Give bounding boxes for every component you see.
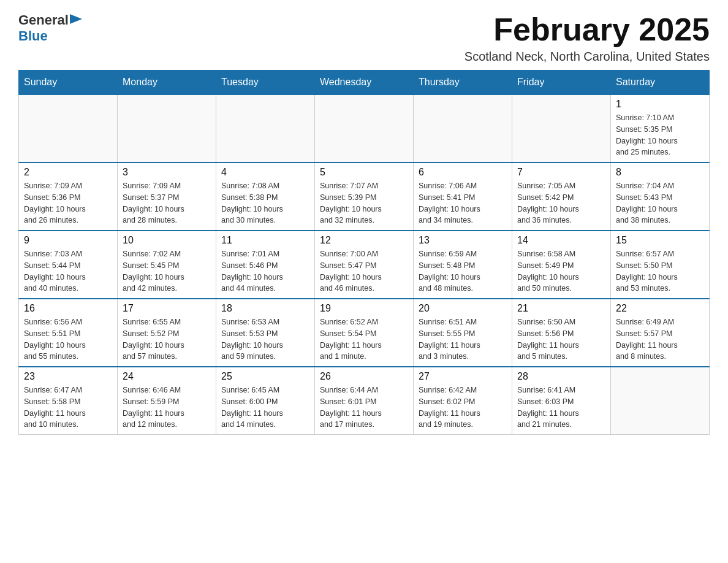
day-info: Sunrise: 6:41 AMSunset: 6:03 PMDaylight:… bbox=[517, 385, 605, 431]
calendar-cell: 24Sunrise: 6:46 AMSunset: 5:59 PMDayligh… bbox=[118, 367, 216, 435]
page-header: General Blue February 2025 Scotland Neck… bbox=[18, 12, 710, 64]
calendar-cell: 7Sunrise: 7:05 AMSunset: 5:42 PMDaylight… bbox=[512, 163, 611, 231]
logo: General Blue bbox=[18, 12, 82, 44]
title-section: February 2025 Scotland Neck, North Carol… bbox=[464, 12, 710, 64]
calendar-cell: 11Sunrise: 7:01 AMSunset: 5:46 PMDayligh… bbox=[216, 231, 315, 299]
day-number: 8 bbox=[616, 167, 704, 178]
day-number: 21 bbox=[517, 303, 605, 314]
day-number: 20 bbox=[419, 303, 507, 314]
day-number: 2 bbox=[24, 167, 112, 178]
day-info: Sunrise: 7:05 AMSunset: 5:42 PMDaylight:… bbox=[517, 180, 605, 226]
day-info: Sunrise: 7:07 AMSunset: 5:39 PMDaylight:… bbox=[320, 180, 408, 226]
day-info: Sunrise: 6:51 AMSunset: 5:55 PMDaylight:… bbox=[419, 316, 507, 362]
day-number: 7 bbox=[517, 167, 605, 178]
calendar-cell bbox=[512, 94, 611, 163]
calendar-cell: 26Sunrise: 6:44 AMSunset: 6:01 PMDayligh… bbox=[315, 367, 414, 435]
calendar-cell: 15Sunrise: 6:57 AMSunset: 5:50 PMDayligh… bbox=[611, 231, 710, 299]
day-info: Sunrise: 7:00 AMSunset: 5:47 PMDaylight:… bbox=[320, 248, 408, 294]
day-number: 27 bbox=[419, 371, 507, 382]
day-number: 4 bbox=[221, 167, 309, 178]
weekday-header-friday: Friday bbox=[512, 71, 611, 95]
day-number: 24 bbox=[123, 371, 211, 382]
calendar-cell: 19Sunrise: 6:52 AMSunset: 5:54 PMDayligh… bbox=[315, 299, 414, 367]
logo-flag-icon bbox=[70, 14, 82, 26]
day-info: Sunrise: 6:57 AMSunset: 5:50 PMDaylight:… bbox=[616, 248, 704, 294]
calendar-cell: 25Sunrise: 6:45 AMSunset: 6:00 PMDayligh… bbox=[216, 367, 315, 435]
day-number: 23 bbox=[24, 371, 112, 382]
day-info: Sunrise: 6:49 AMSunset: 5:57 PMDaylight:… bbox=[616, 316, 704, 362]
day-info: Sunrise: 6:47 AMSunset: 5:58 PMDaylight:… bbox=[24, 385, 112, 431]
day-info: Sunrise: 7:02 AMSunset: 5:45 PMDaylight:… bbox=[123, 248, 211, 294]
svg-marker-0 bbox=[70, 14, 82, 24]
calendar-cell: 21Sunrise: 6:50 AMSunset: 5:56 PMDayligh… bbox=[512, 299, 611, 367]
day-number: 26 bbox=[320, 371, 408, 382]
day-number: 12 bbox=[320, 235, 408, 246]
day-number: 18 bbox=[221, 303, 309, 314]
day-info: Sunrise: 6:45 AMSunset: 6:00 PMDaylight:… bbox=[221, 385, 309, 431]
calendar-cell: 9Sunrise: 7:03 AMSunset: 5:44 PMDaylight… bbox=[19, 231, 118, 299]
day-info: Sunrise: 6:55 AMSunset: 5:52 PMDaylight:… bbox=[123, 316, 211, 362]
calendar-cell: 2Sunrise: 7:09 AMSunset: 5:36 PMDaylight… bbox=[19, 163, 118, 231]
calendar-cell: 23Sunrise: 6:47 AMSunset: 5:58 PMDayligh… bbox=[19, 367, 118, 435]
day-info: Sunrise: 7:08 AMSunset: 5:38 PMDaylight:… bbox=[221, 180, 309, 226]
day-info: Sunrise: 7:06 AMSunset: 5:41 PMDaylight:… bbox=[419, 180, 507, 226]
day-number: 15 bbox=[616, 235, 704, 246]
calendar-cell bbox=[611, 367, 710, 435]
main-title: February 2025 bbox=[464, 12, 710, 47]
calendar-week-2: 2Sunrise: 7:09 AMSunset: 5:36 PMDaylight… bbox=[19, 163, 710, 231]
day-info: Sunrise: 7:03 AMSunset: 5:44 PMDaylight:… bbox=[24, 248, 112, 294]
day-number: 17 bbox=[123, 303, 211, 314]
calendar-cell: 22Sunrise: 6:49 AMSunset: 5:57 PMDayligh… bbox=[611, 299, 710, 367]
calendar-cell: 16Sunrise: 6:56 AMSunset: 5:51 PMDayligh… bbox=[19, 299, 118, 367]
calendar-cell bbox=[216, 94, 315, 163]
day-number: 14 bbox=[517, 235, 605, 246]
calendar-cell: 28Sunrise: 6:41 AMSunset: 6:03 PMDayligh… bbox=[512, 367, 611, 435]
calendar-cell: 18Sunrise: 6:53 AMSunset: 5:53 PMDayligh… bbox=[216, 299, 315, 367]
weekday-header-sunday: Sunday bbox=[19, 71, 118, 95]
day-info: Sunrise: 6:58 AMSunset: 5:49 PMDaylight:… bbox=[517, 248, 605, 294]
calendar-week-1: 1Sunrise: 7:10 AMSunset: 5:35 PMDaylight… bbox=[19, 94, 710, 163]
day-number: 1 bbox=[616, 99, 704, 110]
calendar-week-5: 23Sunrise: 6:47 AMSunset: 5:58 PMDayligh… bbox=[19, 367, 710, 435]
calendar-cell: 3Sunrise: 7:09 AMSunset: 5:37 PMDaylight… bbox=[118, 163, 216, 231]
calendar-cell: 14Sunrise: 6:58 AMSunset: 5:49 PMDayligh… bbox=[512, 231, 611, 299]
calendar-cell: 12Sunrise: 7:00 AMSunset: 5:47 PMDayligh… bbox=[315, 231, 414, 299]
subtitle: Scotland Neck, North Carolina, United St… bbox=[464, 50, 710, 64]
calendar-cell bbox=[315, 94, 414, 163]
day-number: 19 bbox=[320, 303, 408, 314]
day-info: Sunrise: 7:09 AMSunset: 5:36 PMDaylight:… bbox=[24, 180, 112, 226]
day-number: 16 bbox=[24, 303, 112, 314]
calendar-header-row: SundayMondayTuesdayWednesdayThursdayFrid… bbox=[19, 71, 710, 95]
day-info: Sunrise: 7:09 AMSunset: 5:37 PMDaylight:… bbox=[123, 180, 211, 226]
calendar-cell: 8Sunrise: 7:04 AMSunset: 5:43 PMDaylight… bbox=[611, 163, 710, 231]
calendar-cell: 17Sunrise: 6:55 AMSunset: 5:52 PMDayligh… bbox=[118, 299, 216, 367]
day-info: Sunrise: 7:01 AMSunset: 5:46 PMDaylight:… bbox=[221, 248, 309, 294]
weekday-header-thursday: Thursday bbox=[414, 71, 512, 95]
day-number: 10 bbox=[123, 235, 211, 246]
logo-general-text: General bbox=[18, 12, 69, 28]
calendar-week-3: 9Sunrise: 7:03 AMSunset: 5:44 PMDaylight… bbox=[19, 231, 710, 299]
day-number: 3 bbox=[123, 167, 211, 178]
calendar-cell bbox=[414, 94, 512, 163]
logo-blue-text: Blue bbox=[18, 28, 48, 44]
calendar-cell: 5Sunrise: 7:07 AMSunset: 5:39 PMDaylight… bbox=[315, 163, 414, 231]
weekday-header-wednesday: Wednesday bbox=[315, 71, 414, 95]
calendar-week-4: 16Sunrise: 6:56 AMSunset: 5:51 PMDayligh… bbox=[19, 299, 710, 367]
day-number: 9 bbox=[24, 235, 112, 246]
day-info: Sunrise: 6:42 AMSunset: 6:02 PMDaylight:… bbox=[419, 385, 507, 431]
day-number: 22 bbox=[616, 303, 704, 314]
calendar-cell bbox=[118, 94, 216, 163]
day-number: 13 bbox=[419, 235, 507, 246]
day-number: 5 bbox=[320, 167, 408, 178]
calendar-cell: 4Sunrise: 7:08 AMSunset: 5:38 PMDaylight… bbox=[216, 163, 315, 231]
calendar-cell: 1Sunrise: 7:10 AMSunset: 5:35 PMDaylight… bbox=[611, 94, 710, 163]
day-info: Sunrise: 6:56 AMSunset: 5:51 PMDaylight:… bbox=[24, 316, 112, 362]
day-info: Sunrise: 6:44 AMSunset: 6:01 PMDaylight:… bbox=[320, 385, 408, 431]
day-info: Sunrise: 6:53 AMSunset: 5:53 PMDaylight:… bbox=[221, 316, 309, 362]
logo-top: General bbox=[18, 12, 82, 28]
day-number: 6 bbox=[419, 167, 507, 178]
calendar-cell: 6Sunrise: 7:06 AMSunset: 5:41 PMDaylight… bbox=[414, 163, 512, 231]
weekday-header-tuesday: Tuesday bbox=[216, 71, 315, 95]
day-info: Sunrise: 6:52 AMSunset: 5:54 PMDaylight:… bbox=[320, 316, 408, 362]
day-info: Sunrise: 6:59 AMSunset: 5:48 PMDaylight:… bbox=[419, 248, 507, 294]
